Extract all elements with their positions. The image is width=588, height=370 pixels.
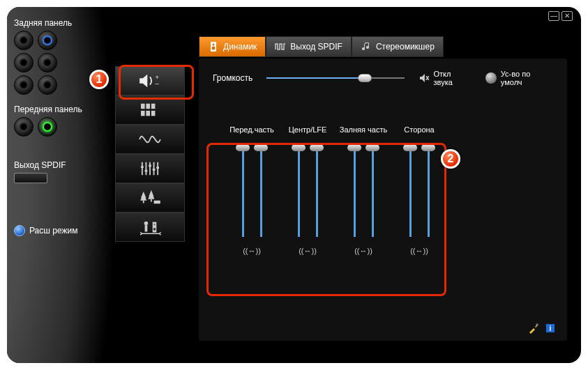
svg-point-31 bbox=[213, 44, 215, 46]
svg-rect-24 bbox=[154, 201, 160, 204]
main-area: — ✕ Динамик Выход SPDIF Стереомикшер Гро… bbox=[185, 7, 581, 363]
rear-panel-label: Задняя панель bbox=[14, 18, 115, 28]
slider-rear-right[interactable] bbox=[368, 146, 377, 237]
slider-front-right[interactable] bbox=[257, 146, 265, 237]
speaker-icon bbox=[208, 41, 219, 52]
svg-rect-17 bbox=[156, 167, 159, 169]
channel-label-side: Сторона bbox=[391, 125, 447, 134]
tab-stereomix-label: Стереомикшер bbox=[376, 42, 435, 52]
svg-rect-2 bbox=[141, 104, 145, 109]
channel-label-center: Центр/LFE bbox=[280, 125, 336, 134]
tab-speaker[interactable]: Динамик bbox=[199, 36, 266, 57]
svg-rect-4 bbox=[151, 104, 156, 109]
channel-label-rear: Залняя часть bbox=[336, 125, 391, 134]
svg-point-32 bbox=[212, 47, 216, 50]
slider-rear-left[interactable] bbox=[350, 146, 359, 237]
sine-wave-icon bbox=[137, 130, 163, 148]
volume-label: Громкость bbox=[213, 73, 252, 83]
slider-lfe[interactable] bbox=[312, 146, 321, 237]
svg-rect-26 bbox=[145, 225, 148, 231]
slider-side-left[interactable] bbox=[406, 146, 414, 237]
mute-label: Откл звука bbox=[434, 70, 472, 86]
tab-spdif-label: Выход SPDIF bbox=[290, 42, 342, 52]
advanced-mode-button[interactable]: Расш режим bbox=[14, 225, 115, 236]
jack-rear-5[interactable] bbox=[14, 75, 33, 95]
svg-text:–: – bbox=[155, 80, 159, 87]
tools-icon[interactable] bbox=[528, 323, 539, 334]
channel-sliders-panel: Перед.часть Центр/LFE Залняя часть Сторо… bbox=[213, 118, 464, 268]
tool-speaker-config[interactable] bbox=[115, 95, 185, 125]
equalizer-icon bbox=[137, 160, 163, 178]
tab-bar: Динамик Выход SPDIF Стереомикшер bbox=[199, 36, 567, 57]
minimize-button[interactable]: — bbox=[548, 11, 559, 21]
tab-stereomix[interactable]: Стереомикшер bbox=[352, 36, 444, 57]
tool-sine[interactable] bbox=[115, 125, 185, 154]
jack-front-1[interactable] bbox=[14, 117, 33, 137]
tool-volume[interactable]: + – bbox=[115, 66, 185, 95]
swap-center[interactable]: ((↔)) bbox=[280, 247, 336, 255]
content-panel: Громкость Откл звука Ус-во по умолч Пере… bbox=[199, 59, 567, 341]
default-device-button[interactable]: Ус-во по умолч bbox=[485, 70, 553, 86]
dot-icon bbox=[14, 225, 25, 236]
speaker-volume-icon: + – bbox=[137, 72, 163, 90]
jack-front-2[interactable] bbox=[38, 117, 57, 137]
tool-room[interactable] bbox=[115, 213, 185, 242]
svg-rect-5 bbox=[141, 111, 145, 116]
master-volume-slider[interactable] bbox=[266, 73, 404, 83]
slider-center[interactable] bbox=[294, 146, 303, 237]
swap-front[interactable]: ((↔)) bbox=[224, 247, 280, 255]
close-button[interactable]: ✕ bbox=[561, 11, 573, 21]
swap-side[interactable]: ((↔)) bbox=[391, 247, 447, 255]
callout-1: 1 bbox=[89, 70, 109, 89]
swap-rear[interactable]: ((↔)) bbox=[336, 247, 391, 255]
svg-point-28 bbox=[154, 224, 156, 225]
mute-button[interactable]: Откл звука bbox=[419, 70, 472, 86]
svg-text:i: i bbox=[550, 325, 552, 332]
jack-rear-4[interactable] bbox=[38, 53, 57, 72]
svg-rect-7 bbox=[151, 111, 156, 116]
speaker-grid-icon bbox=[137, 101, 163, 119]
default-device-label: Ус-во по умолч bbox=[501, 70, 553, 86]
tool-equalizer[interactable] bbox=[115, 154, 185, 183]
jack-rear-6[interactable] bbox=[38, 75, 57, 95]
svg-rect-6 bbox=[146, 111, 150, 116]
svg-rect-20 bbox=[143, 201, 144, 203]
channel-label-front: Перед.часть bbox=[224, 125, 280, 134]
svg-point-29 bbox=[153, 228, 156, 231]
svg-rect-23 bbox=[151, 199, 152, 202]
svg-rect-14 bbox=[145, 170, 148, 172]
tab-speaker-label: Динамик bbox=[223, 42, 257, 52]
app-window: Задняя панель Передняя панель Выход SPDI… bbox=[7, 7, 581, 363]
advanced-mode-label: Расш режим bbox=[29, 226, 77, 236]
tool-column: + – bbox=[115, 7, 185, 363]
info-icon[interactable]: i bbox=[545, 323, 556, 334]
jack-rear-2[interactable] bbox=[38, 31, 57, 50]
slider-front-left[interactable] bbox=[239, 146, 247, 237]
jack-rear-3[interactable] bbox=[14, 53, 33, 72]
callout-2: 2 bbox=[441, 149, 460, 169]
svg-rect-13 bbox=[141, 166, 144, 168]
digital-icon bbox=[275, 41, 286, 52]
music-note-icon bbox=[361, 41, 372, 52]
slider-side-right[interactable] bbox=[424, 146, 432, 237]
left-panel: Задняя панель Передняя панель Выход SPDI… bbox=[7, 7, 115, 363]
front-panel-label: Передняя панель bbox=[14, 105, 115, 114]
svg-rect-15 bbox=[149, 164, 151, 167]
svg-rect-3 bbox=[146, 104, 150, 109]
tool-environment[interactable] bbox=[115, 183, 185, 213]
mute-icon bbox=[419, 72, 430, 84]
svg-rect-16 bbox=[153, 169, 156, 171]
spdif-port[interactable] bbox=[14, 173, 47, 183]
spdif-label: Выход SPDIF bbox=[14, 160, 115, 170]
svg-rect-27 bbox=[153, 222, 157, 233]
tab-spdif[interactable]: Выход SPDIF bbox=[266, 36, 352, 57]
dot-icon bbox=[485, 72, 497, 84]
person-speakers-icon bbox=[137, 218, 163, 236]
trees-icon bbox=[137, 189, 163, 207]
svg-point-25 bbox=[144, 222, 149, 226]
jack-rear-1[interactable] bbox=[14, 31, 33, 50]
